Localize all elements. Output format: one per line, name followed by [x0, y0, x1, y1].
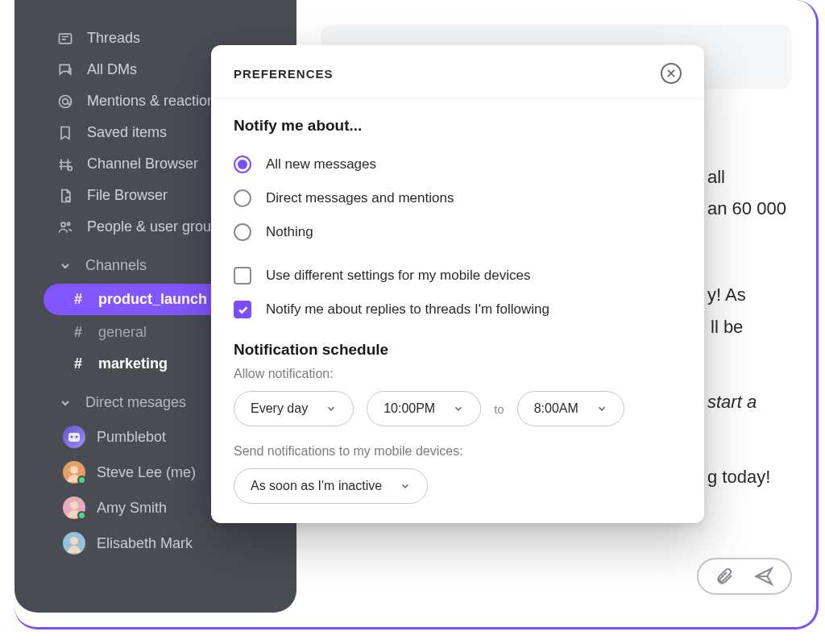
- schedule-heading: Notification schedule: [234, 341, 682, 359]
- close-button[interactable]: [661, 63, 682, 84]
- sidebar-item-label: Saved items: [87, 124, 167, 141]
- hash-icon: #: [69, 324, 87, 341]
- dm-elisabeth[interactable]: Elisabeth Mark: [15, 526, 296, 561]
- message-fragment: ll be: [707, 313, 792, 341]
- avatar: [63, 497, 85, 519]
- checkbox-label: Use different settings for my mobile dev…: [266, 268, 531, 284]
- hash-icon: #: [69, 291, 87, 308]
- threads-icon: [56, 31, 74, 47]
- checkbox-label: Notify me about replies to threads I'm f…: [266, 301, 549, 318]
- svg-rect-7: [68, 433, 80, 442]
- section-label: Direct mesages: [85, 394, 186, 411]
- chevron-down-icon: [453, 403, 464, 414]
- message-fragment: y! As: [707, 280, 792, 309]
- radio-input[interactable]: [234, 223, 251, 241]
- checkbox-input[interactable]: [234, 301, 251, 318]
- mentions-icon: [56, 93, 74, 110]
- svg-point-4: [66, 197, 70, 201]
- select-value: Every day: [251, 401, 308, 416]
- svg-point-10: [70, 466, 78, 474]
- send-icon[interactable]: [753, 566, 774, 587]
- sidebar-item-label: File Browser: [87, 187, 168, 204]
- svg-point-2: [63, 98, 68, 104]
- sidebar-item-label: Channel Browser: [87, 156, 198, 172]
- check-thread-replies[interactable]: Notify me about replies to threads I'm f…: [234, 293, 682, 326]
- people-icon: [56, 219, 74, 235]
- svg-point-9: [76, 436, 78, 438]
- dm-label: Pumblebot: [97, 429, 166, 446]
- svg-point-8: [71, 436, 73, 438]
- checkbox-input[interactable]: [234, 267, 251, 285]
- hash-icon: #: [69, 355, 87, 372]
- select-value: 8:00AM: [534, 401, 578, 416]
- section-label: Channels: [85, 257, 147, 274]
- select-value: 10:00PM: [383, 401, 435, 416]
- svg-point-11: [70, 501, 78, 509]
- channel-label: general: [98, 324, 147, 341]
- channel-label: marketing: [98, 355, 168, 372]
- radio-label: Nothing: [266, 224, 313, 240]
- chevron-down-icon: [56, 397, 74, 409]
- allow-label: Allow notification:: [234, 367, 682, 381]
- attachment-icon[interactable]: [715, 567, 734, 586]
- radio-all-messages[interactable]: All new messages: [234, 147, 682, 181]
- sidebar-item-label: Threads: [87, 30, 140, 47]
- svg-point-6: [68, 222, 70, 225]
- radio-input[interactable]: [234, 189, 251, 207]
- chevron-down-icon: [56, 260, 74, 272]
- avatar: [63, 426, 85, 448]
- avatar: [63, 461, 85, 484]
- sidebar-item-label: People & user groups: [87, 218, 226, 235]
- dm-label: Amy Smith: [97, 500, 167, 517]
- radio-label: Direct messages and mentions: [266, 190, 454, 206]
- message-fragment: all: [707, 163, 792, 191]
- message-fragment: an 60 000: [707, 194, 792, 222]
- chevron-down-icon: [325, 403, 337, 414]
- chevron-down-icon: [400, 480, 411, 492]
- sidebar-item-label: All DMs: [87, 61, 137, 78]
- day-select[interactable]: Every day: [234, 391, 354, 426]
- notify-heading: Notify me about...: [234, 117, 682, 135]
- message-fragment: start a: [707, 388, 792, 416]
- dm-label: Elisabeth Mark: [97, 535, 193, 552]
- bookmark-icon: [56, 125, 74, 141]
- message-fragment: g today!: [707, 463, 792, 491]
- sidebar-item-label: Mentions & reactions: [87, 93, 222, 110]
- radio-input[interactable]: [234, 156, 251, 173]
- svg-point-12: [70, 537, 78, 545]
- svg-point-3: [68, 166, 72, 170]
- radio-dm-mentions[interactable]: Direct messages and mentions: [234, 181, 682, 215]
- preferences-modal: PREFERENCES Notify me about... All new m…: [211, 45, 704, 523]
- time-from-select[interactable]: 10:00PM: [367, 391, 481, 426]
- select-value: As soon as I'm inactive: [251, 479, 382, 493]
- avatar: [63, 532, 85, 555]
- check-mobile-settings[interactable]: Use different settings for my mobile dev…: [234, 259, 682, 293]
- radio-label: All new messages: [266, 156, 376, 172]
- channel-browser-icon: [56, 156, 74, 172]
- time-to-select[interactable]: 8:00AM: [517, 391, 624, 426]
- svg-point-1: [60, 95, 72, 107]
- chevron-down-icon: [596, 403, 607, 414]
- message-composer: [697, 558, 792, 595]
- radio-nothing[interactable]: Nothing: [234, 215, 682, 249]
- svg-point-5: [61, 222, 65, 226]
- dm-label: Steve Lee (me): [97, 464, 196, 481]
- file-icon: [56, 188, 74, 204]
- modal-title: PREFERENCES: [234, 67, 334, 81]
- mobile-timing-select[interactable]: As soon as I'm inactive: [234, 468, 428, 504]
- mobile-label: Send notifications to my mobile devices:: [234, 444, 682, 459]
- alldms-icon: [56, 62, 74, 78]
- to-label: to: [494, 402, 504, 416]
- channel-label: product_launch: [98, 291, 207, 308]
